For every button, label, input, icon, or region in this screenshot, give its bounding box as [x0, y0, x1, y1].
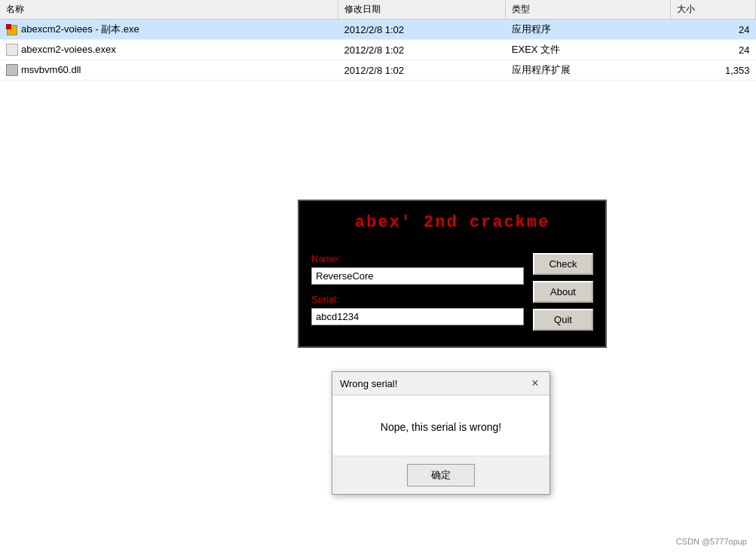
popup-ok-button[interactable]: 确定	[407, 464, 475, 486]
popup-titlebar: Wrong serial! ×	[332, 372, 549, 395]
popup-message: Nope, this serial is wrong!	[381, 421, 501, 433]
popup-title: Wrong serial!	[340, 378, 397, 389]
popup-overlay: Wrong serial! × Nope, this serial is wro…	[0, 0, 756, 552]
popup-body: Nope, this serial is wrong!	[332, 395, 549, 456]
popup-dialog: Wrong serial! × Nope, this serial is wro…	[332, 371, 550, 495]
popup-close-button[interactable]: ×	[528, 377, 542, 390]
popup-footer: 确定	[332, 456, 549, 494]
